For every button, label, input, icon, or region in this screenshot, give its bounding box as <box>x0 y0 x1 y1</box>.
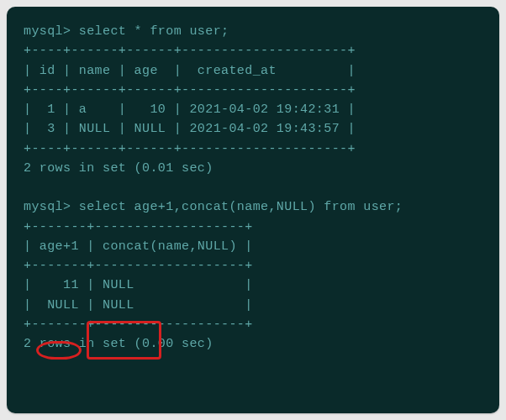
table2-row: | NULL | NULL | <box>24 296 482 315</box>
table2-sep-top: +-------+-------------------+ <box>24 218 482 237</box>
query2-sql: select age+1,concat(name,NULL) from user… <box>79 200 403 214</box>
table1-sep-bot: +----+------+------+--------------------… <box>24 139 482 159</box>
table1-header: | id | name | age | created_at | <box>24 61 482 81</box>
table1-sep-mid: +----+------+------+--------------------… <box>24 81 482 100</box>
table1-row: | 3 | NULL | NULL | 2021-04-02 19:43:57 … <box>24 119 482 139</box>
table2-sep-mid: +-------+-------------------+ <box>24 256 482 276</box>
mysql-prompt: mysql> <box>24 200 79 214</box>
query1-line: mysql> select * from user; <box>24 22 482 41</box>
table1-sep-top: +----+------+------+--------------------… <box>24 41 482 60</box>
table2-header: | age+1 | concat(name,NULL) | <box>24 237 482 256</box>
query2-line: mysql> select age+1,concat(name,NULL) fr… <box>24 197 482 217</box>
table2-sep-bot: +-------+-------------------+ <box>24 315 482 334</box>
query1-sql: select * from user; <box>79 24 229 39</box>
query2-summary: 2 rows in set (0.00 sec) <box>24 334 482 354</box>
mysql-prompt: mysql> <box>24 24 79 39</box>
table2-row: | 11 | NULL | <box>24 276 482 295</box>
blank-line <box>24 178 482 197</box>
mysql-terminal: mysql> select * from user; +----+------+… <box>7 7 499 413</box>
table1-row: | 1 | a | 10 | 2021-04-02 19:42:31 | <box>24 100 482 119</box>
query1-summary: 2 rows in set (0.01 sec) <box>24 159 482 178</box>
